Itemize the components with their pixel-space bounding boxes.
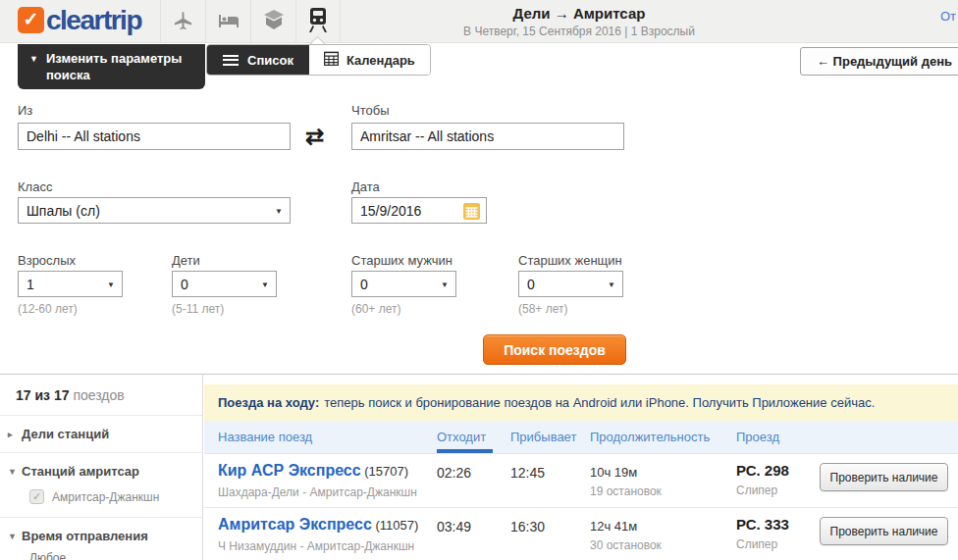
- senior-women-select[interactable]: 0 ▼: [518, 271, 623, 297]
- delhi-stations-toggle[interactable]: ▸ Дели станций: [8, 427, 192, 441]
- children-hint: (5-11 лет): [172, 302, 224, 316]
- select-arrow-icon: ▼: [608, 280, 615, 289]
- nav-flights[interactable]: [160, 0, 205, 43]
- calendar-view-button[interactable]: Календарь: [309, 45, 430, 75]
- trip-summary: Дели → Амритсар В Четверг, 15 Сентября 2…: [353, 5, 805, 38]
- class-label: Класс: [18, 179, 52, 194]
- date-field: [351, 197, 487, 224]
- sort-indicator: [437, 449, 493, 453]
- banner-bold-text: Поезда на ходу:: [218, 395, 319, 410]
- train-icon: [307, 7, 329, 36]
- from-input[interactable]: [18, 123, 291, 150]
- list-view-button[interactable]: Список: [207, 45, 309, 75]
- check-availability-button[interactable]: Проверить наличие: [820, 517, 948, 545]
- senior-men-value: 0: [360, 277, 368, 292]
- train-name-link[interactable]: Кир АСР Экспресс (15707): [218, 462, 408, 480]
- senior-women-value: 0: [527, 277, 535, 292]
- select-arrow-icon: ▼: [261, 280, 269, 289]
- datepicker-calendar-icon[interactable]: [463, 203, 480, 224]
- search-trains-button[interactable]: Поиск поездов: [483, 334, 626, 365]
- departure-time: 03:49: [437, 519, 471, 535]
- calendar-view-label: Календарь: [346, 53, 415, 68]
- nav-hotels[interactable]: [205, 0, 250, 43]
- coach-class: Слипер: [736, 484, 777, 497]
- filter-delhi-stations: ▸ Дели станций: [0, 416, 202, 453]
- trains-count: 17 из 17 поездов: [0, 375, 202, 416]
- chevron-down-icon: ▼: [8, 467, 22, 477]
- stops-count: 19 остановок: [590, 484, 662, 498]
- bed-icon: [217, 8, 240, 35]
- cleartrip-logo[interactable]: ✓ cleartrip: [18, 7, 141, 33]
- departure-time-toggle[interactable]: ▼ Время отправления: [8, 529, 192, 543]
- train-route: Ч Низамуддин - Амритсар-Джанкшн: [218, 539, 414, 553]
- train-row: Кир АСР Экспресс (15707) Шахдара-Дели - …: [204, 454, 958, 508]
- cleartrip-train-search-page: ✓ cleartrip: [0, 0, 958, 560]
- logo-check-icon: ✓: [18, 7, 44, 33]
- departure-time-value: Любое: [29, 551, 192, 560]
- view-switcher: Список Календарь: [206, 44, 431, 76]
- top-right-link[interactable]: От: [940, 9, 956, 24]
- trains-count-number: 17 из 17: [16, 387, 70, 403]
- column-duration[interactable]: Продолжительность: [590, 430, 710, 444]
- amritsar-stations-toggle[interactable]: ▼ Станций амритсар: [8, 464, 192, 479]
- adults-value: 1: [27, 277, 34, 292]
- select-arrow-icon: ▼: [275, 207, 283, 216]
- senior-women-label: Старших женщин: [518, 253, 622, 268]
- column-fare[interactable]: Проезд: [736, 430, 779, 444]
- train-number: (11057): [372, 518, 418, 533]
- train-row: Амритсар Экспресс (11057) Ч Низамуддин -…: [204, 508, 958, 560]
- view-toolbar: ▼ Изменить параметры поиска Список Кален…: [0, 44, 958, 76]
- station-filter-item: Амритсар-Джанкшн: [29, 489, 192, 504]
- app-promo-banner[interactable]: Поезда на ходу: теперь поиск и бронирова…: [204, 384, 958, 421]
- plane-icon: [172, 9, 194, 35]
- departure-time-label: Время отправления: [22, 529, 148, 543]
- nav-trains[interactable]: [295, 0, 341, 43]
- list-view-label: Список: [247, 53, 293, 68]
- chevron-down-icon: ▼: [8, 532, 22, 541]
- column-arrives[interactable]: Прибывает: [510, 430, 576, 444]
- page-title: Дели → Амритсар: [353, 5, 805, 22]
- duration: 10ч 19м: [590, 465, 637, 480]
- date-input[interactable]: [352, 198, 451, 223]
- modify-search-label: Изменить параметры поиска: [46, 51, 195, 89]
- coach-class: Слипер: [736, 537, 777, 551]
- product-nav: [160, 0, 341, 43]
- adults-label: Взрослых: [18, 253, 76, 268]
- banner-text: теперь поиск и бронирование поездов на A…: [324, 395, 875, 410]
- senior-men-select[interactable]: 0 ▼: [351, 271, 456, 297]
- filter-amritsar-stations: ▼ Станций амритсар Амритсар-Джанкшн: [0, 453, 202, 518]
- fare: РС. 333: [736, 516, 789, 533]
- trains-count-suffix: поездов: [70, 387, 125, 403]
- class-select[interactable]: Шпалы (сл) ▼: [18, 197, 291, 224]
- check-availability-button[interactable]: Проверить наличие: [820, 463, 948, 491]
- nav-packages[interactable]: [250, 0, 295, 43]
- column-train-name[interactable]: Название поезд: [218, 430, 312, 444]
- amritsar-stations-label: Станций амритсар: [22, 464, 139, 479]
- filters-sidebar: 17 из 17 поездов ▸ Дели станций ▼ Станци…: [0, 375, 203, 560]
- duration: 12ч 41м: [590, 519, 637, 534]
- package-icon: [262, 8, 286, 35]
- from-label: Из: [18, 103, 32, 118]
- arrival-time: 16:30: [510, 519, 545, 535]
- modify-search-button[interactable]: ▼ Изменить параметры поиска: [18, 44, 205, 89]
- caret-down-icon: ▼: [29, 54, 38, 89]
- date-label: Дата: [351, 179, 380, 194]
- adults-select[interactable]: 1 ▼: [18, 271, 123, 297]
- fare: РС. 298: [736, 462, 789, 479]
- station-filter-label: Амритсар-Джанкшн: [52, 490, 159, 504]
- senior-women-hint: (58+ лет): [518, 302, 567, 316]
- filter-departure-time: ▼ Время отправления Любое: [0, 518, 202, 560]
- column-departs[interactable]: Отходит: [437, 430, 486, 444]
- class-value: Шпалы (сл): [27, 203, 100, 219]
- swap-stations-icon[interactable]: ⇄: [305, 124, 324, 150]
- select-arrow-icon: ▼: [441, 280, 449, 289]
- train-name-link[interactable]: Амритсар Экспресс (11057): [218, 516, 418, 534]
- children-value: 0: [181, 277, 188, 292]
- previous-day-button[interactable]: ← Предыдущий день: [800, 47, 958, 76]
- to-input[interactable]: [351, 123, 624, 150]
- previous-day-label: ← Предыдущий день: [817, 54, 952, 69]
- delhi-stations-label: Дели станций: [22, 427, 109, 441]
- to-label: Чтобы: [351, 103, 390, 118]
- checkbox-checked-icon[interactable]: [29, 489, 44, 504]
- children-select[interactable]: 0 ▼: [172, 271, 277, 297]
